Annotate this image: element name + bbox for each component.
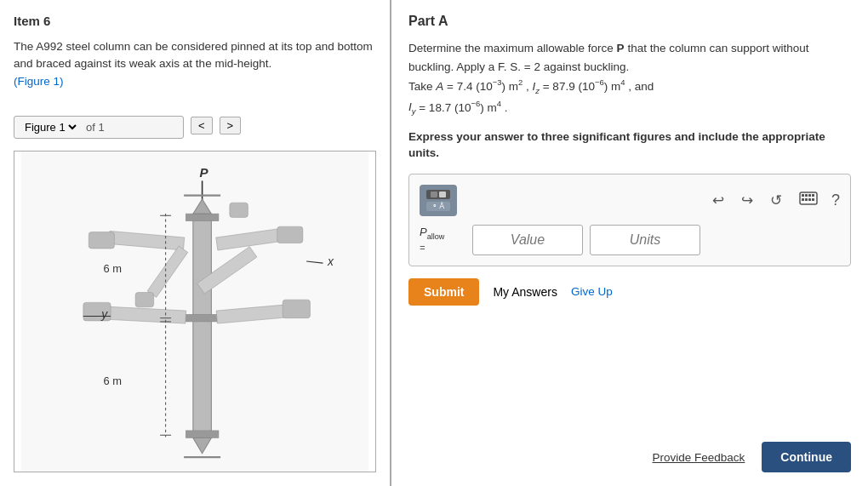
figure-selector-row: Figure 1 of 1 < >: [14, 106, 376, 146]
figure-svg: P: [14, 152, 375, 472]
svg-rect-8: [283, 300, 310, 318]
continue-button[interactable]: Continue: [762, 442, 851, 472]
express-text: Express your answer to three significant…: [408, 129, 851, 162]
refresh-button[interactable]: ↺: [767, 190, 785, 211]
figure-prev-button[interactable]: <: [191, 117, 213, 134]
redo-button[interactable]: ↪: [738, 190, 757, 211]
svg-text:P: P: [199, 165, 208, 180]
svg-rect-45: [812, 198, 814, 201]
feedback-link[interactable]: Provide Feedback: [653, 451, 745, 464]
figure-dropdown[interactable]: Figure 1: [21, 120, 79, 134]
svg-rect-43: [805, 198, 808, 201]
answer-box: ∘ Å ↩ ↪ ↺: [408, 174, 851, 266]
figure-link[interactable]: (Figure 1): [14, 75, 64, 88]
units-input[interactable]: [590, 225, 700, 255]
figure-of-label: of 1: [86, 121, 105, 134]
svg-text:y: y: [100, 306, 108, 320]
keyboard-button[interactable]: [796, 190, 821, 211]
svg-rect-18: [135, 292, 154, 306]
svg-text:x: x: [327, 254, 334, 268]
svg-rect-14: [89, 232, 114, 248]
math-toolbar-icon[interactable]: ∘ Å: [420, 185, 457, 216]
submit-button[interactable]: Submit: [408, 278, 479, 306]
svg-rect-3: [193, 215, 212, 435]
input-row: Pallow =: [420, 225, 840, 255]
part-title: Part A: [408, 14, 851, 29]
toolbar-row: ∘ Å ↩ ↪ ↺: [420, 185, 840, 216]
svg-text:6 m: 6 m: [104, 375, 122, 387]
svg-rect-6: [186, 431, 219, 438]
svg-rect-38: [802, 194, 804, 197]
svg-rect-16: [230, 203, 248, 217]
my-answers-label: My Answers: [493, 285, 557, 299]
svg-rect-40: [808, 194, 811, 197]
p-allow-label: Pallow =: [420, 226, 462, 254]
give-up-link[interactable]: Give Up: [571, 285, 613, 298]
svg-rect-44: [808, 198, 811, 201]
svg-rect-41: [812, 194, 814, 197]
figure-next-button[interactable]: >: [220, 117, 242, 134]
right-panel: Part A Determine the maximum allowable f…: [391, 0, 868, 486]
problem-text: Determine the maximum allowable force P …: [408, 39, 851, 117]
svg-text:6 m: 6 m: [104, 262, 122, 275]
svg-rect-4: [186, 214, 219, 221]
svg-rect-5: [186, 314, 219, 322]
item-title: Item 6: [14, 14, 376, 28]
svg-rect-36: [439, 192, 446, 197]
svg-rect-42: [802, 198, 804, 201]
bottom-row: Provide Feedback Continue: [408, 442, 851, 472]
svg-rect-35: [431, 192, 437, 197]
math-icon-bottom: ∘ Å: [426, 202, 450, 211]
action-row: Submit My Answers Give Up: [408, 278, 851, 306]
undo-button[interactable]: ↩: [709, 190, 728, 211]
figure-box: P: [14, 151, 376, 472]
item-description: The A992 steel column can be considered …: [14, 38, 376, 90]
svg-rect-39: [805, 194, 808, 197]
left-panel: Item 6 The A992 steel column can be cons…: [0, 0, 391, 486]
figure-selector[interactable]: Figure 1 of 1: [14, 116, 184, 139]
help-icon[interactable]: ?: [831, 192, 840, 209]
value-input[interactable]: [472, 225, 583, 255]
math-icon-top: [426, 190, 450, 199]
svg-rect-12: [277, 226, 303, 243]
